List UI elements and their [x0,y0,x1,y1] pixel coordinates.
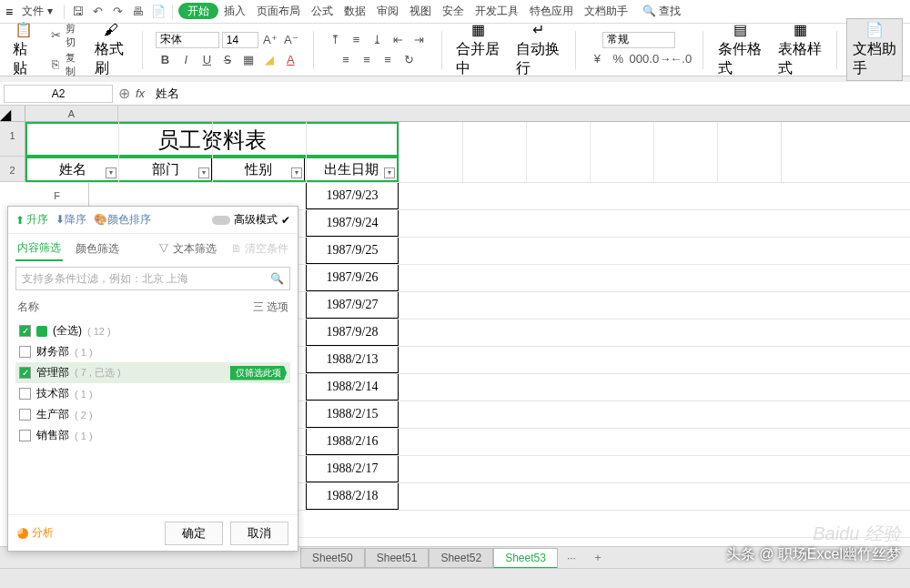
checkbox-icon[interactable]: ✓ [19,367,31,379]
sort-desc-button[interactable]: ⬇降序 [56,212,86,228]
indent-right-icon[interactable]: ⇥ [410,31,429,49]
add-sheet-button[interactable]: ＋ [585,547,611,568]
checkbox-icon[interactable] [19,430,31,441]
doc-helper-button[interactable]: 📄 文档助手 [846,18,903,81]
checkbox-icon[interactable]: ✓ [19,325,31,337]
select-all-corner[interactable]: ◢ [0,106,25,121]
underline-icon[interactable]: U [197,51,216,69]
preview-icon[interactable]: 📄 [150,4,167,20]
percent-icon[interactable]: % [609,50,627,68]
filter-item-4[interactable]: 生产部( 2 ) [15,404,290,425]
cells-area[interactable]: 员工资料表 姓名▾部门▾性别▾出生日期▾ 1987/9/231987/9/241… [25,122,910,182]
menu-特色应用[interactable]: 特色应用 [524,3,579,19]
decrease-decimal-icon[interactable]: ←.0 [672,50,690,68]
increase-decimal-icon[interactable]: .0→ [651,50,669,68]
header-cell-3[interactable]: 出生日期▾ [305,158,397,180]
copy-icon[interactable]: ⎘ [49,56,63,74]
format-painter-button[interactable]: 🖌 格式刷 [89,20,133,80]
data-cell-date-7[interactable]: 1988/2/14 [306,373,399,400]
formula-input[interactable] [150,85,906,102]
data-cell-date-0[interactable]: 1987/9/23 [306,182,399,209]
filter-item-1[interactable]: 财务部( 1 ) [15,341,290,362]
sheet-tab-Sheet51[interactable]: Sheet51 [365,548,430,568]
menu-文档助手[interactable]: 文档助手 [579,3,633,19]
data-cell-date-5[interactable]: 1987/9/28 [306,319,399,346]
menu-安全[interactable]: 安全 [437,3,470,19]
checkbox-icon[interactable] [19,409,31,421]
align-left-icon[interactable]: ≡ [337,51,355,69]
comma-icon[interactable]: 000 [630,50,648,68]
menu-插入[interactable]: 插入 [218,3,251,19]
search-menu[interactable]: 🔍 查找 [637,2,686,21]
tab-content-filter[interactable]: 内容筛选 [15,237,63,261]
align-center-icon[interactable]: ≡ [358,51,376,69]
font-color-icon[interactable]: A [281,51,299,69]
sheet-tab-Sheet53[interactable]: Sheet53 [493,548,558,569]
cancel-button[interactable]: 取消 [230,522,288,545]
print-icon[interactable]: 🖶 [130,4,147,20]
sort-color-button[interactable]: 🎨颜色排序 [94,212,151,228]
font-size-input[interactable] [222,32,258,48]
sheet-tab-Sheet52[interactable]: Sheet52 [429,548,493,568]
italic-icon[interactable]: I [177,51,195,69]
filter-icon[interactable]: ▾ [198,167,209,178]
row-header-1[interactable]: 1 [0,122,25,157]
col-header-A[interactable]: A [25,106,118,122]
menu-页面布局[interactable]: 页面布局 [251,3,306,19]
filter-only-badge[interactable]: 仅筛选此项 [230,366,287,380]
analysis-button[interactable]: 分析 [17,525,54,541]
clear-conditions-button[interactable]: 🗎 清空条件 [229,238,290,260]
filter-icon[interactable]: ▾ [291,167,302,178]
border-icon[interactable]: ▦ [239,51,258,69]
data-cell-date-10[interactable]: 1988/2/17 [306,455,399,482]
advanced-mode-toggle[interactable]: 高级模式 ✔ [212,212,290,228]
menu-视图[interactable]: 视图 [404,3,437,19]
number-format-select[interactable] [602,32,675,48]
options-column-header[interactable]: 三 选项 [253,299,288,315]
menu-公式[interactable]: 公式 [306,3,339,19]
sheet-more-button[interactable]: ··· [560,549,583,567]
data-cell-date-1[interactable]: 1987/9/24 [306,209,399,237]
filter-item-2[interactable]: ✓管理部( 7 , 已选 )仅筛选此项 [15,362,290,383]
data-cell-date-3[interactable]: 1987/9/26 [306,264,399,291]
align-right-icon[interactable]: ≡ [379,51,397,69]
fx-icon[interactable]: fx [136,86,145,100]
auto-wrap-button[interactable]: ↵ 自动换行 [511,19,565,80]
menu-数据[interactable]: 数据 [339,3,371,19]
filter-item-3[interactable]: 技术部( 1 ) [15,383,290,404]
filter-item-0[interactable]: ✓(全选)( 12 ) [15,320,290,341]
menu-开发工具[interactable]: 开发工具 [470,3,524,19]
tab-color-filter[interactable]: 颜色筛选 [74,238,121,260]
sort-asc-button[interactable]: ⬆升序 [15,212,48,228]
paste-button[interactable]: 📋 粘贴 [7,19,40,80]
checkbox-icon[interactable] [19,346,31,358]
data-cell-date-4[interactable]: 1987/9/27 [306,291,399,319]
text-filter-button[interactable]: ▽ 文本筛选 [157,238,217,260]
filter-icon[interactable]: ▾ [384,167,395,178]
table-style-button[interactable]: ▦ 表格样式 [773,19,827,80]
cond-format-button[interactable]: ▤ 条件格式 [713,19,767,80]
align-top-icon[interactable]: ⤒ [327,31,345,49]
data-cell-date-9[interactable]: 1988/2/16 [306,428,399,455]
data-cell-date-6[interactable]: 1988/2/13 [306,346,399,373]
undo-icon[interactable]: ↶ [90,4,106,20]
filter-icon[interactable]: ▾ [106,167,116,178]
save-icon[interactable]: 🖫 [70,4,86,20]
cut-icon[interactable]: ✂ [49,26,63,45]
currency-icon[interactable]: ¥ [588,50,606,68]
strikethrough-icon[interactable]: S̶ [218,51,237,69]
header-cell-0[interactable]: 姓名▾ [27,158,119,180]
autosum-icon[interactable]: ⊕ [118,85,130,102]
decrease-font-icon[interactable]: A⁻ [282,31,300,49]
filter-item-5[interactable]: 销售部( 1 ) [15,425,290,446]
header-cell-1[interactable]: 部门▾ [119,158,212,180]
menu-开始[interactable]: 开始 [178,3,218,19]
data-cell-date-8[interactable]: 1988/2/15 [306,400,399,428]
file-menu[interactable]: 文件 ▾ [16,2,57,21]
filter-search-input[interactable]: 支持多条件过滤，例如：北京 上海 🔍 [15,267,290,290]
ok-button[interactable]: 确定 [165,522,223,545]
row-header-2[interactable]: 2 [0,157,25,182]
app-menu-icon[interactable]: ≡ [5,5,13,19]
orientation-icon[interactable]: ↻ [399,51,418,69]
font-name-input[interactable] [156,32,219,48]
